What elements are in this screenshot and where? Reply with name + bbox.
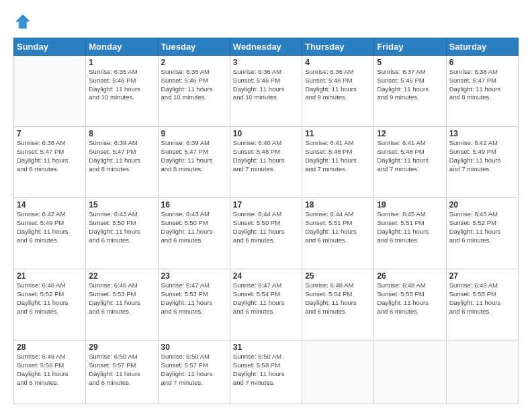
header [13,12,519,31]
cell-info: Sunrise: 6:47 AM Sunset: 5:54 PM Dayligh… [233,281,299,316]
calendar-cell: 19Sunrise: 6:45 AM Sunset: 5:51 PM Dayli… [374,198,446,269]
calendar-cell: 31Sunrise: 6:50 AM Sunset: 5:58 PM Dayli… [230,340,302,404]
day-number: 4 [305,58,371,67]
cell-info: Sunrise: 6:45 AM Sunset: 5:52 PM Dayligh… [449,210,515,244]
calendar-cell: 5Sunrise: 6:37 AM Sunset: 5:46 PM Daylig… [374,56,446,127]
cell-info: Sunrise: 6:48 AM Sunset: 5:55 PM Dayligh… [377,281,443,316]
day-number: 12 [377,129,443,138]
calendar-cell: 21Sunrise: 6:46 AM Sunset: 5:52 PM Dayli… [14,269,86,340]
cell-info: Sunrise: 6:49 AM Sunset: 5:55 PM Dayligh… [449,281,515,316]
calendar-cell: 23Sunrise: 6:47 AM Sunset: 5:53 PM Dayli… [158,269,230,340]
cell-info: Sunrise: 6:36 AM Sunset: 5:46 PM Dayligh… [305,68,371,102]
cell-info: Sunrise: 6:50 AM Sunset: 5:57 PM Dayligh… [89,353,154,387]
cell-info: Sunrise: 6:50 AM Sunset: 5:57 PM Dayligh… [161,353,227,387]
day-number: 14 [17,200,83,210]
cell-info: Sunrise: 6:43 AM Sunset: 5:50 PM Dayligh… [89,210,154,244]
calendar-cell: 2Sunrise: 6:35 AM Sunset: 5:46 PM Daylig… [158,56,230,127]
calendar-week-row: 21Sunrise: 6:46 AM Sunset: 5:52 PM Dayli… [14,269,519,340]
calendar-cell: 10Sunrise: 6:40 AM Sunset: 5:48 PM Dayli… [230,127,302,198]
day-number: 23 [161,271,227,281]
calendar-cell [302,340,374,404]
calendar-cell: 16Sunrise: 6:43 AM Sunset: 5:50 PM Dayli… [158,198,230,269]
day-number: 30 [161,342,227,352]
day-number: 22 [89,271,154,281]
cell-info: Sunrise: 6:46 AM Sunset: 5:53 PM Dayligh… [89,281,154,316]
weekday-header: Monday [86,38,158,56]
cell-info: Sunrise: 6:37 AM Sunset: 5:46 PM Dayligh… [377,68,443,102]
calendar-cell: 13Sunrise: 6:42 AM Sunset: 5:49 PM Dayli… [446,127,518,198]
calendar-table: SundayMondayTuesdayWednesdayThursdayFrid… [13,38,519,404]
calendar-header-row: SundayMondayTuesdayWednesdayThursdayFrid… [14,38,519,56]
cell-info: Sunrise: 6:35 AM Sunset: 5:46 PM Dayligh… [161,68,227,102]
cell-info: Sunrise: 6:44 AM Sunset: 5:51 PM Dayligh… [305,210,371,244]
calendar-cell: 17Sunrise: 6:44 AM Sunset: 5:50 PM Dayli… [230,198,302,269]
weekday-header: Sunday [14,38,86,56]
logo [13,12,35,31]
cell-info: Sunrise: 6:38 AM Sunset: 5:47 PM Dayligh… [17,139,83,173]
day-number: 17 [233,200,299,210]
calendar-cell: 29Sunrise: 6:50 AM Sunset: 5:57 PM Dayli… [86,340,158,404]
calendar-cell: 12Sunrise: 6:41 AM Sunset: 5:48 PM Dayli… [374,127,446,198]
cell-info: Sunrise: 6:50 AM Sunset: 5:58 PM Dayligh… [233,353,299,387]
day-number: 10 [233,129,299,138]
day-number: 31 [233,342,299,352]
day-number: 27 [449,271,515,281]
cell-info: Sunrise: 6:43 AM Sunset: 5:50 PM Dayligh… [161,210,227,244]
calendar-cell: 9Sunrise: 6:39 AM Sunset: 5:47 PM Daylig… [158,127,230,198]
day-number: 28 [17,342,83,352]
cell-info: Sunrise: 6:42 AM Sunset: 5:49 PM Dayligh… [449,139,515,173]
day-number: 13 [449,129,515,138]
calendar-cell: 20Sunrise: 6:45 AM Sunset: 5:52 PM Dayli… [446,198,518,269]
weekday-header: Friday [374,38,446,56]
day-number: 5 [377,58,443,67]
calendar-cell: 30Sunrise: 6:50 AM Sunset: 5:57 PM Dayli… [158,340,230,404]
calendar-week-row: 14Sunrise: 6:42 AM Sunset: 5:49 PM Dayli… [14,198,519,269]
day-number: 20 [449,200,515,210]
calendar-cell: 6Sunrise: 6:38 AM Sunset: 5:47 PM Daylig… [446,56,518,127]
day-number: 8 [89,129,154,138]
cell-info: Sunrise: 6:47 AM Sunset: 5:53 PM Dayligh… [161,281,227,316]
day-number: 6 [449,58,515,67]
day-number: 7 [17,129,83,138]
calendar-cell: 1Sunrise: 6:35 AM Sunset: 5:46 PM Daylig… [86,56,158,127]
calendar-week-row: 1Sunrise: 6:35 AM Sunset: 5:46 PM Daylig… [14,56,519,127]
calendar-cell: 25Sunrise: 6:48 AM Sunset: 5:54 PM Dayli… [302,269,374,340]
calendar-cell: 27Sunrise: 6:49 AM Sunset: 5:55 PM Dayli… [446,269,518,340]
calendar-cell: 7Sunrise: 6:38 AM Sunset: 5:47 PM Daylig… [14,127,86,198]
day-number: 11 [305,129,371,138]
cell-info: Sunrise: 6:41 AM Sunset: 5:48 PM Dayligh… [305,139,371,173]
calendar-cell [374,340,446,404]
day-number: 3 [233,58,299,67]
cell-info: Sunrise: 6:36 AM Sunset: 5:46 PM Dayligh… [233,68,299,102]
cell-info: Sunrise: 6:42 AM Sunset: 5:49 PM Dayligh… [17,210,83,244]
cell-info: Sunrise: 6:38 AM Sunset: 5:47 PM Dayligh… [449,68,515,102]
day-number: 16 [161,200,227,210]
page: SundayMondayTuesdayWednesdayThursdayFrid… [0,0,532,411]
day-number: 15 [89,200,154,210]
calendar-cell: 11Sunrise: 6:41 AM Sunset: 5:48 PM Dayli… [302,127,374,198]
day-number: 21 [17,271,83,281]
cell-info: Sunrise: 6:48 AM Sunset: 5:54 PM Dayligh… [305,281,371,316]
day-number: 2 [161,58,227,67]
calendar-cell: 14Sunrise: 6:42 AM Sunset: 5:49 PM Dayli… [14,198,86,269]
weekday-header: Saturday [446,38,518,56]
day-number: 9 [161,129,227,138]
cell-info: Sunrise: 6:49 AM Sunset: 5:56 PM Dayligh… [17,353,83,387]
cell-info: Sunrise: 6:40 AM Sunset: 5:48 PM Dayligh… [233,139,299,173]
calendar-cell [14,56,86,127]
cell-info: Sunrise: 6:44 AM Sunset: 5:50 PM Dayligh… [233,210,299,244]
day-number: 29 [89,342,154,352]
day-number: 18 [305,200,371,210]
cell-info: Sunrise: 6:35 AM Sunset: 5:46 PM Dayligh… [89,68,154,102]
weekday-header: Tuesday [158,38,230,56]
day-number: 26 [377,271,443,281]
calendar-cell: 18Sunrise: 6:44 AM Sunset: 5:51 PM Dayli… [302,198,374,269]
calendar-cell: 24Sunrise: 6:47 AM Sunset: 5:54 PM Dayli… [230,269,302,340]
day-number: 19 [377,200,443,210]
weekday-header: Thursday [302,38,374,56]
day-number: 25 [305,271,371,281]
calendar-cell: 28Sunrise: 6:49 AM Sunset: 5:56 PM Dayli… [14,340,86,404]
calendar-week-row: 7Sunrise: 6:38 AM Sunset: 5:47 PM Daylig… [14,127,519,198]
cell-info: Sunrise: 6:41 AM Sunset: 5:48 PM Dayligh… [377,139,443,173]
cell-info: Sunrise: 6:45 AM Sunset: 5:51 PM Dayligh… [377,210,443,244]
